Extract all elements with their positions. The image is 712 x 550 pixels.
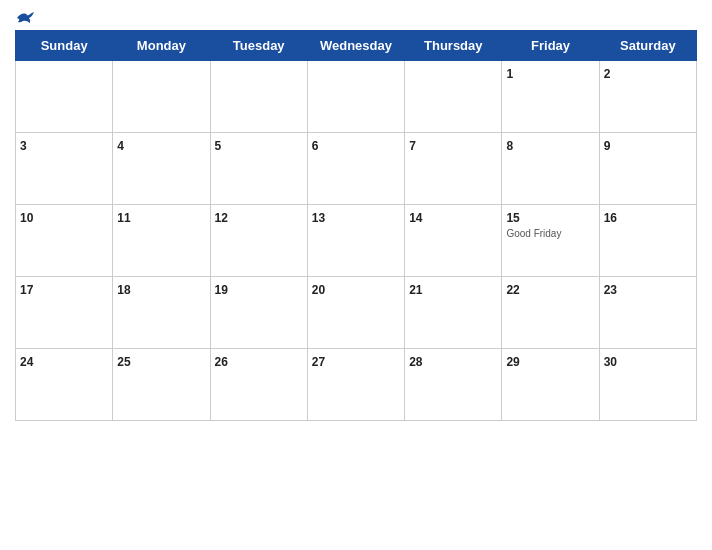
week-row-3: 101112131415Good Friday16	[16, 205, 697, 277]
day-number: 9	[604, 139, 611, 153]
day-number: 11	[117, 211, 130, 225]
logo-blue-container	[15, 10, 35, 24]
day-number: 27	[312, 355, 325, 369]
calendar-table: SundayMondayTuesdayWednesdayThursdayFrid…	[15, 30, 697, 421]
calendar-cell	[405, 61, 502, 133]
calendar-cell: 2	[599, 61, 696, 133]
calendar-cell	[113, 61, 210, 133]
calendar-cell: 17	[16, 277, 113, 349]
day-number: 7	[409, 139, 416, 153]
day-number: 30	[604, 355, 617, 369]
day-number: 14	[409, 211, 422, 225]
calendar-cell: 19	[210, 277, 307, 349]
calendar-cell: 14	[405, 205, 502, 277]
day-number: 18	[117, 283, 130, 297]
weekday-header-monday: Monday	[113, 31, 210, 61]
weekday-header-thursday: Thursday	[405, 31, 502, 61]
day-number: 15	[506, 211, 519, 225]
page-header	[15, 10, 697, 24]
calendar-cell: 26	[210, 349, 307, 421]
day-number: 21	[409, 283, 422, 297]
bird-icon	[15, 10, 33, 24]
calendar-cell: 9	[599, 133, 696, 205]
calendar-cell: 12	[210, 205, 307, 277]
calendar-cell: 8	[502, 133, 599, 205]
day-number: 1	[506, 67, 513, 81]
day-number: 23	[604, 283, 617, 297]
day-number: 3	[20, 139, 27, 153]
day-number: 24	[20, 355, 33, 369]
week-row-4: 17181920212223	[16, 277, 697, 349]
calendar-cell: 6	[307, 133, 404, 205]
weekday-header-saturday: Saturday	[599, 31, 696, 61]
calendar-cell: 16	[599, 205, 696, 277]
calendar-cell: 7	[405, 133, 502, 205]
calendar-cell: 30	[599, 349, 696, 421]
event-label: Good Friday	[506, 228, 594, 239]
weekday-header-row: SundayMondayTuesdayWednesdayThursdayFrid…	[16, 31, 697, 61]
weekday-header-wednesday: Wednesday	[307, 31, 404, 61]
day-number: 26	[215, 355, 228, 369]
calendar-cell: 22	[502, 277, 599, 349]
calendar-cell	[16, 61, 113, 133]
day-number: 29	[506, 355, 519, 369]
day-number: 22	[506, 283, 519, 297]
calendar-cell: 5	[210, 133, 307, 205]
day-number: 16	[604, 211, 617, 225]
calendar-cell: 28	[405, 349, 502, 421]
calendar-page: SundayMondayTuesdayWednesdayThursdayFrid…	[0, 0, 712, 550]
week-row-2: 3456789	[16, 133, 697, 205]
weekday-header-tuesday: Tuesday	[210, 31, 307, 61]
weekday-header-sunday: Sunday	[16, 31, 113, 61]
calendar-cell: 27	[307, 349, 404, 421]
calendar-cell: 20	[307, 277, 404, 349]
calendar-cell	[210, 61, 307, 133]
calendar-cell: 11	[113, 205, 210, 277]
day-number: 12	[215, 211, 228, 225]
calendar-cell: 15Good Friday	[502, 205, 599, 277]
calendar-cell: 24	[16, 349, 113, 421]
day-number: 2	[604, 67, 611, 81]
day-number: 13	[312, 211, 325, 225]
day-number: 6	[312, 139, 319, 153]
day-number: 10	[20, 211, 33, 225]
calendar-cell: 10	[16, 205, 113, 277]
weekday-header-friday: Friday	[502, 31, 599, 61]
day-number: 17	[20, 283, 33, 297]
calendar-cell: 4	[113, 133, 210, 205]
calendar-cell	[307, 61, 404, 133]
day-number: 4	[117, 139, 124, 153]
calendar-cell: 29	[502, 349, 599, 421]
week-row-5: 24252627282930	[16, 349, 697, 421]
day-number: 5	[215, 139, 222, 153]
calendar-cell: 3	[16, 133, 113, 205]
calendar-cell: 1	[502, 61, 599, 133]
day-number: 20	[312, 283, 325, 297]
day-number: 25	[117, 355, 130, 369]
calendar-cell: 18	[113, 277, 210, 349]
day-number: 28	[409, 355, 422, 369]
day-number: 19	[215, 283, 228, 297]
calendar-cell: 21	[405, 277, 502, 349]
week-row-1: 12	[16, 61, 697, 133]
calendar-cell: 25	[113, 349, 210, 421]
calendar-cell: 23	[599, 277, 696, 349]
calendar-cell: 13	[307, 205, 404, 277]
logo	[15, 10, 35, 24]
day-number: 8	[506, 139, 513, 153]
